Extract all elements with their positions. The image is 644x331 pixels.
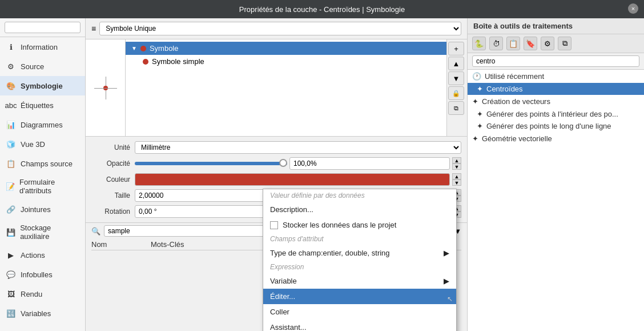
opacity-slider[interactable] [135, 162, 287, 165]
infobulles-icon: 💬 [6, 269, 16, 280]
preview-crosshair [94, 77, 117, 99]
stockage-icon: 💾 [6, 227, 15, 237]
rotation-label: Rotation [91, 208, 130, 216]
vecteurs-icon: ✦ [472, 97, 478, 106]
ctx-item-assistant[interactable]: Assistant... [263, 320, 456, 331]
sidebar-item-actions[interactable]: ▶ Actions [0, 245, 85, 265]
context-menu: Valeur définie par des données Descripti… [263, 189, 457, 331]
ctx-section-label-data: Valeur définie par des données [263, 189, 456, 202]
opacity-input[interactable] [289, 157, 450, 170]
dup-button[interactable]: ⧉ [448, 101, 464, 115]
sidebar-item-jointures[interactable]: 🔗 Jointures [0, 200, 85, 219]
tools-group-recents[interactable]: 🕐 Utilisé récemment [468, 70, 644, 83]
sidebar-item-rendu[interactable]: 🖼 Rendu [0, 284, 85, 304]
ctx-item-stocker[interactable]: Stocker les données dans le projet [263, 217, 456, 233]
etiquettes-icon: abc [6, 100, 16, 110]
sidebar-label-jointures: Jointures [21, 205, 51, 214]
symbol-area: ▼ Symbole Symbole simple + ▲ ▼ 🔒 ⧉ [86, 39, 467, 137]
sidebar-label-stockage: Stockage auxiliaire [20, 224, 79, 241]
tools-icons-row: 🐍 ⏱ 📋 🔖 ⚙ ⧉ [468, 34, 644, 53]
tools-group-geometrie[interactable]: ✦ Géométrie vectorielle [468, 132, 644, 145]
sidebar-item-information[interactable]: ℹ Information [0, 37, 85, 57]
ctx-item-editer[interactable]: Éditer... ↖ [263, 289, 456, 304]
actions-icon: ▶ [6, 250, 16, 260]
information-icon: ℹ [6, 42, 16, 52]
points-interieur-label: Générer des points à l'intérieur des po.… [486, 110, 618, 118]
symbol-icon: ≡ [91, 24, 96, 33]
tree-item-symbole-simple[interactable]: Symbole simple [126, 55, 446, 68]
tree-dot-red [140, 46, 146, 51]
sidebar-label-diagrammes: Diagrammes [21, 121, 63, 129]
add-layer-button[interactable]: + [448, 42, 464, 55]
tools-search-input[interactable] [472, 55, 639, 67]
sidebar-label-champs-source: Champs source [21, 159, 73, 168]
sidebar-item-diagrammes[interactable]: 📊 Diagrammes [0, 115, 85, 134]
assistant-label: Assistant... [270, 323, 307, 331]
sidebar-item-symbologie[interactable]: 🎨 Symbologie [0, 76, 85, 95]
sidebar-item-infobulles[interactable]: 💬 Infobulles [0, 265, 85, 284]
unit-row: Unité Millimètre [91, 141, 461, 154]
ctx-item-coller[interactable]: Coller [263, 304, 456, 320]
ctx-item-variable[interactable]: Variable ▶ [263, 273, 456, 289]
symbol-type-select[interactable]: Symbole Unique [99, 22, 461, 35]
unit-select[interactable]: Millimètre [135, 141, 461, 154]
tools-item-points-interieur[interactable]: ✦ Générer des points à l'intérieur des p… [468, 108, 644, 120]
col-name: Nom [91, 240, 148, 249]
opacity-down[interactable]: ▼ [452, 163, 461, 170]
symbol-tree: ▼ Symbole Symbole simple [126, 39, 446, 136]
right-panel: Boîte à outils de traitements 🐍 ⏱ 📋 🔖 ⚙ … [467, 18, 644, 331]
coller-label: Coller [270, 308, 289, 316]
stocker-checkbox[interactable] [270, 221, 278, 229]
sidebar-label-source: Source [21, 62, 44, 71]
bookmark-icon-btn[interactable]: 🔖 [524, 37, 537, 50]
down-button[interactable]: ▼ [448, 71, 464, 85]
tools-item-centroides[interactable]: ✦ Centroïdes [468, 83, 644, 95]
sidebar-label-information: Information [21, 43, 58, 51]
tools-group-vecteurs[interactable]: ✦ Création de vecteurs [468, 95, 644, 108]
db-icon-btn[interactable]: 📋 [506, 37, 520, 50]
ctx-item-description[interactable]: Description... [263, 202, 456, 217]
opacity-row: Opacité ▲ ▼ [91, 157, 461, 170]
sidebar-item-champs-source[interactable]: 📋 Champs source [0, 154, 85, 173]
tree-item-symbole[interactable]: ▼ Symbole [126, 42, 446, 55]
ctx-section-expression: Expression [263, 261, 456, 273]
sidebar-item-source[interactable]: ⚙ Source [0, 57, 85, 76]
tools-list: 🕐 Utilisé récemment ✦ Centroïdes ✦ Créat… [468, 70, 644, 331]
tree-label-symbole: Symbole [150, 44, 179, 53]
color-row: Couleur ▲ ▼ [91, 173, 461, 186]
sidebar-item-formulaire[interactable]: 📝 Formulaire d'attributs [0, 173, 85, 200]
tools-item-points-long[interactable]: ✦ Générer des points le long d'une ligne [468, 120, 644, 132]
clock-icon-btn[interactable]: ⏱ [489, 37, 503, 50]
tree-label-symbole-simple: Symbole simple [152, 57, 204, 66]
variables-icon: 🔣 [6, 308, 16, 318]
sidebar-item-etiquettes[interactable]: abc Étiquettes [0, 95, 85, 115]
cursor-icon: ↖ [447, 295, 453, 303]
sidebar-search-input[interactable] [5, 22, 80, 33]
copy-results-btn[interactable]: ⧉ [558, 37, 571, 50]
sidebar-item-stockage[interactable]: 💾 Stockage auxiliaire [0, 219, 85, 245]
color-up[interactable]: ▲ [452, 173, 461, 180]
title-text: Propriétés de la couche - Centroïdes | S… [239, 5, 405, 14]
champs-source-icon: 📋 [6, 158, 16, 169]
sidebar-label-actions: Actions [21, 251, 45, 260]
titlebar: Propriétés de la couche - Centroïdes | S… [0, 0, 644, 18]
close-button[interactable]: × [628, 3, 638, 14]
settings-icon-btn[interactable]: ⚙ [541, 37, 554, 50]
opacity-up[interactable]: ▲ [452, 157, 461, 163]
python-icon-btn[interactable]: 🐍 [472, 37, 486, 50]
source-icon: ⚙ [6, 61, 16, 71]
geometrie-icon: ✦ [472, 134, 478, 143]
lock-button[interactable]: 🔒 [448, 86, 464, 100]
color-value-area: ▲ ▼ [135, 173, 461, 186]
ctx-item-type-champ[interactable]: Type de champ:entier, double, string ▶ [263, 245, 456, 261]
sidebar-item-vue3d[interactable]: 🧊 Vue 3D [0, 134, 85, 154]
color-down[interactable]: ▼ [452, 180, 461, 186]
type-champ-arrow: ▶ [444, 249, 449, 257]
group-label-recents: Utilisé récemment [485, 72, 544, 81]
description-label: Description... [270, 205, 313, 214]
color-picker[interactable] [135, 173, 450, 186]
up-button[interactable]: ▲ [448, 57, 464, 70]
opacity-value-area: ▲ ▼ [135, 157, 461, 170]
sidebar-item-variables[interactable]: 🔣 Variables [0, 304, 85, 323]
opacity-thumb [279, 159, 287, 167]
